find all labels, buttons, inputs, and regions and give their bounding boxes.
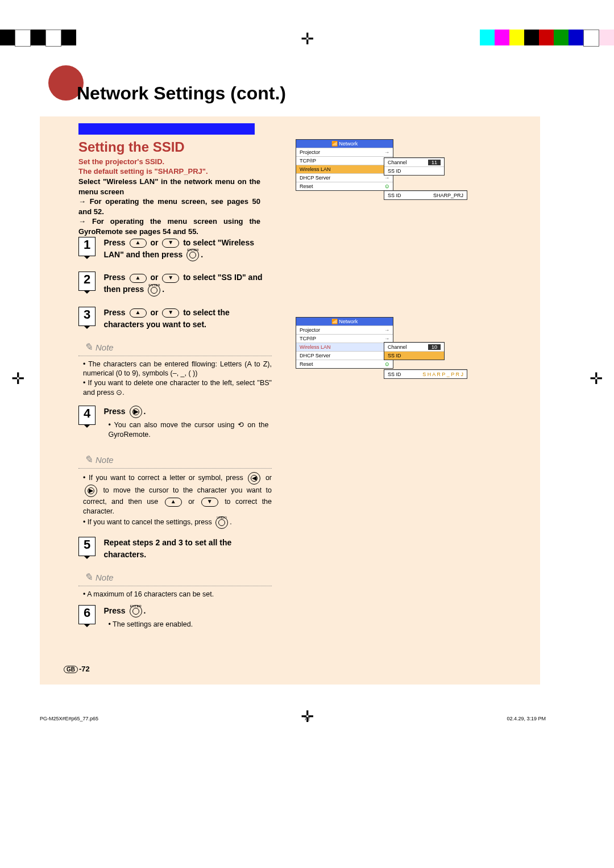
- down-icon: ▼: [201, 498, 218, 507]
- up-icon: ▲: [130, 239, 147, 248]
- up-icon: ▲: [165, 498, 182, 507]
- menu-item: Projector→: [296, 326, 393, 334]
- menu-item: Reset⊙: [296, 182, 393, 190]
- colorbar-right: [480, 30, 614, 45]
- crop-mark-top: ✛: [301, 30, 314, 48]
- enter-icon: ENTER: [148, 284, 160, 297]
- menu-item-selected: Wireless LAN→: [296, 165, 393, 173]
- enter-icon: ENTER: [186, 249, 199, 261]
- step-text: Press ENTER. • The settings are enabled.: [103, 605, 268, 633]
- right-icon: ▶: [130, 406, 142, 418]
- step-text: Press ▲ or ▼ to select "Wireless LAN" an…: [103, 237, 268, 261]
- menu-item-selected: SS ID: [384, 351, 444, 360]
- note-text: • A maximum of 16 characters can be set.: [83, 590, 272, 599]
- crop-mark-right: ✛: [590, 369, 603, 388]
- section-intro-red: Set the projector's SSID. The default se…: [78, 157, 260, 177]
- step-number: 1: [78, 237, 96, 256]
- step-number: 2: [78, 272, 96, 291]
- menu-item: Projector→: [296, 148, 393, 156]
- step-1: 1 Press ▲ or ▼ to select "Wireless LAN" …: [78, 237, 272, 261]
- menu-item: Channel10: [384, 343, 444, 351]
- menu-screenshot-2: 📶 Network Projector→ TCP/IP→ Wireless LA…: [296, 317, 393, 369]
- step-6: 6 Press ENTER. • The settings are enable…: [78, 605, 272, 633]
- section-title: Setting the SSID: [78, 139, 185, 155]
- right-icon: ▶: [85, 485, 97, 497]
- step-2: 2 Press ▲ or ▼ to select "SS ID" and the…: [78, 272, 272, 296]
- crop-mark-left: ✛: [11, 369, 24, 388]
- step-text: Press ▲ or ▼ to select "SS ID" and then …: [103, 272, 268, 296]
- note-text: • The characters can be entered fllowing…: [83, 360, 272, 398]
- divider: [78, 468, 272, 469]
- down-icon: ▼: [162, 274, 179, 283]
- menu-header: 📶 Network: [296, 140, 393, 148]
- up-icon: ▲: [130, 308, 147, 318]
- submenu-1: Channel11 SS ID: [384, 157, 445, 176]
- ssid-value-1: SS IDSHARP_PRJ: [384, 190, 467, 200]
- down-icon: ▼: [162, 239, 179, 248]
- divider: [78, 356, 272, 356]
- menu-item: Wireless LAN→: [296, 343, 393, 351]
- page-number: GB-72: [64, 665, 90, 673]
- menu-item: TCP/IP→: [296, 334, 393, 343]
- step-text: Repeat steps 2 and 3 to set all the char…: [103, 537, 268, 561]
- section-bar: [78, 123, 255, 135]
- undo-icon: UNDO: [215, 516, 228, 529]
- language-badge: GB: [64, 666, 78, 673]
- step-number: 5: [78, 537, 96, 556]
- menu-item: Reset⊙: [296, 360, 393, 368]
- menu-header: 📶 Network: [296, 318, 393, 326]
- page-title: Network Settings (cont.): [77, 83, 286, 104]
- up-icon: ▲: [130, 274, 147, 283]
- step-number: 4: [78, 406, 96, 425]
- menu-item: DHCP Server→: [296, 351, 393, 360]
- menu-item: SS IDS H A R P _ P R J: [384, 370, 467, 378]
- manual-page: ✛ ✛ ✛ Network Settings (cont.) Setting t…: [0, 0, 614, 868]
- step-text: Press ▲ or ▼ to select the characters yo…: [103, 307, 268, 331]
- section-intro-black: Select "Wireless LAN" in the network men…: [78, 177, 260, 236]
- submenu-2: Channel10 SS ID: [384, 342, 445, 360]
- note-heading: Note: [84, 341, 272, 353]
- menu-item: TCP/IP→: [296, 156, 393, 165]
- colorbar-left: [0, 30, 76, 45]
- note-heading: Note: [84, 453, 272, 466]
- step-3: 3 Press ▲ or ▼ to select the characters …: [78, 307, 272, 331]
- step-4: 4 Press ▶. • You can also move the curso…: [78, 406, 272, 443]
- steps-list: 1 Press ▲ or ▼ to select "Wireless LAN" …: [78, 237, 272, 643]
- footer-filename: PG-M25X#E#p65_77.p65: [40, 716, 98, 868]
- left-icon: ◀: [248, 472, 260, 485]
- content-panel: Setting the SSID Set the projector's SSI…: [40, 116, 540, 685]
- note-text: • If you want to correct a letter or sym…: [83, 472, 272, 529]
- step-text: Press ▶. • You can also move the cursor …: [103, 406, 268, 443]
- divider: [78, 586, 272, 586]
- step-number: 3: [78, 307, 96, 326]
- menu-item: Channel11: [384, 158, 444, 166]
- step-number: 6: [78, 605, 96, 624]
- step-5: 5 Repeat steps 2 and 3 to set all the ch…: [78, 537, 272, 561]
- crop-mark-bottom: ✛: [301, 707, 314, 834]
- menu-item: SS IDSHARP_PRJ: [384, 191, 467, 199]
- menu-item: SS ID: [384, 166, 444, 175]
- down-icon: ▼: [162, 308, 179, 318]
- menu-item: DHCP Server→: [296, 173, 393, 182]
- footer-date: 02.4.29, 3:19 PM: [507, 716, 546, 868]
- menu-screenshot-1: 📶 Network Projector→ TCP/IP→ Wireless LA…: [296, 139, 393, 191]
- enter-icon: ENTER: [130, 605, 142, 617]
- note-heading: Note: [84, 571, 272, 583]
- ssid-value-2: SS IDS H A R P _ P R J: [384, 369, 467, 379]
